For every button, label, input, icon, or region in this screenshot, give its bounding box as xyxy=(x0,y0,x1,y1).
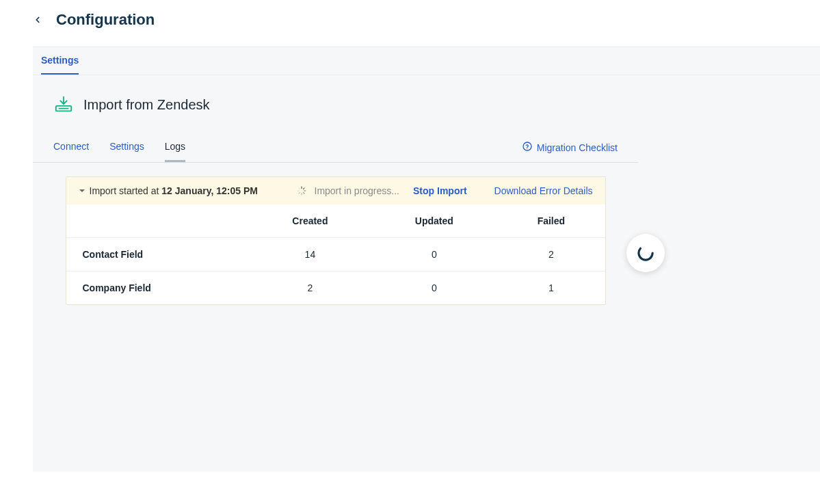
sub-tab-logs[interactable]: Logs xyxy=(165,135,185,162)
sub-tab-connect[interactable]: Connect xyxy=(53,135,89,162)
row-name: Company Field xyxy=(66,271,250,305)
row-created: 2 xyxy=(249,271,371,305)
log-card: Import started at 12 January, 12:05 PM xyxy=(66,176,606,305)
status-timestamp: 12 January, 12:05 PM xyxy=(161,185,258,196)
svg-line-5 xyxy=(303,188,304,189)
back-button[interactable] xyxy=(33,15,42,25)
panel-title: Import from Zendesk xyxy=(83,97,210,113)
stop-import-button[interactable]: Stop Import xyxy=(413,185,467,196)
spinner-icon xyxy=(297,186,306,196)
col-updated: Updated xyxy=(371,204,497,238)
status-prefix: Import started at xyxy=(90,185,162,196)
log-wrapper: Import started at 12 January, 12:05 PM xyxy=(53,163,618,319)
sub-tabs: Connect Settings Logs xyxy=(53,135,185,162)
status-text: Import started at 12 January, 12:05 PM xyxy=(90,185,258,196)
download-error-link[interactable]: Download Error Details xyxy=(494,185,593,196)
col-created: Created xyxy=(249,204,371,238)
help-icon xyxy=(522,141,533,154)
main-area: Import from Zendesk Connect Settings Log… xyxy=(33,75,820,472)
import-icon xyxy=(53,94,74,115)
svg-point-2 xyxy=(523,142,531,150)
svg-line-11 xyxy=(298,188,300,189)
tab-settings[interactable]: Settings xyxy=(41,47,79,75)
sub-tabs-row: Connect Settings Logs Migration Checklis… xyxy=(33,135,638,163)
svg-line-9 xyxy=(298,192,300,194)
migration-checklist-label: Migration Checklist xyxy=(537,142,618,153)
row-failed: 1 xyxy=(497,271,605,305)
progress-text: Import in progress... xyxy=(315,185,400,196)
page-title: Configuration xyxy=(56,11,155,29)
import-status-bar: Import started at 12 January, 12:05 PM xyxy=(66,177,605,204)
row-updated: 0 xyxy=(371,238,497,271)
row-created: 14 xyxy=(249,238,371,271)
row-updated: 0 xyxy=(371,271,497,305)
table-row: Company Field 2 0 1 xyxy=(66,271,605,305)
svg-line-7 xyxy=(303,192,304,194)
collapse-toggle[interactable] xyxy=(79,187,85,194)
migration-checklist-link[interactable]: Migration Checklist xyxy=(522,141,618,157)
page-header: Configuration xyxy=(0,0,820,47)
svg-point-3 xyxy=(527,148,527,149)
sub-tab-settings[interactable]: Settings xyxy=(109,135,144,162)
top-tabs-bar: Settings xyxy=(33,47,820,75)
row-name: Contact Field xyxy=(66,238,250,271)
import-panel: Import from Zendesk Connect Settings Log… xyxy=(33,75,638,319)
log-table: Created Updated Failed Contact Field 14 … xyxy=(66,204,605,304)
col-failed: Failed xyxy=(497,204,605,238)
row-failed: 2 xyxy=(497,238,605,271)
svg-point-12 xyxy=(639,246,652,260)
panel-heading: Import from Zendesk xyxy=(53,94,618,115)
floating-loader xyxy=(626,234,665,272)
table-row: Contact Field 14 0 2 xyxy=(66,238,605,271)
